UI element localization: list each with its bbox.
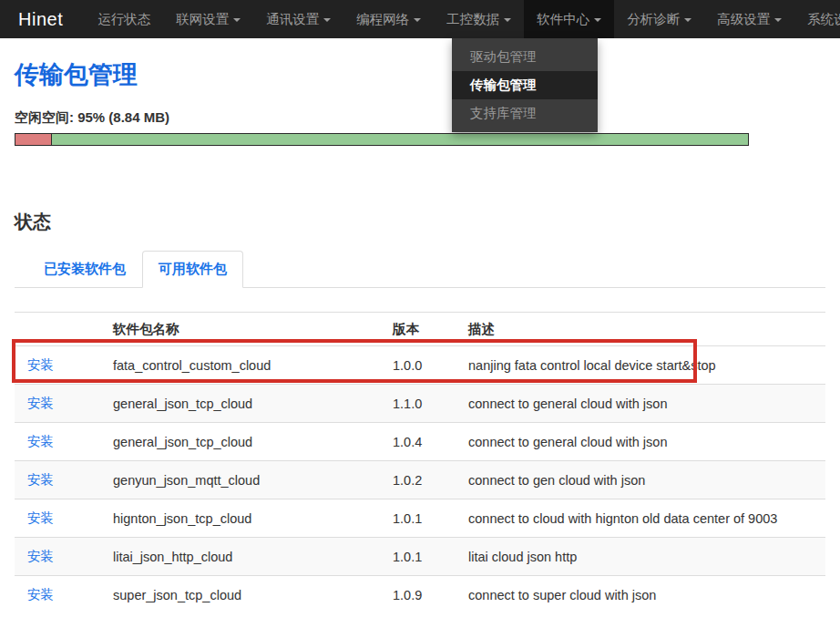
package-description: litai cloud json http <box>461 538 825 576</box>
page-title: 传输包管理 <box>15 58 825 91</box>
package-name: hignton_json_tcp_cloud <box>106 499 385 538</box>
software-center-dropdown: 驱动包管理 传输包管理 支持库管理 <box>452 38 598 132</box>
package-version: 1.0.0 <box>385 346 461 385</box>
dropdown-item-support-library[interactable]: 支持库管理 <box>452 99 598 128</box>
page-content: 传输包管理 空闲空间: 95% (8.84 MB) 状态 已安装软件包 可用软件… <box>0 58 840 613</box>
install-button[interactable]: 安装 <box>27 434 54 448</box>
nav-item-programming-network[interactable]: 编程网络 <box>343 0 434 38</box>
nav-item-software-center[interactable]: 软件中心 <box>524 0 614 38</box>
free-space-progress-bar <box>15 133 749 146</box>
packages-table: 软件包名称 版本 描述 安装 fata_control_custom_cloud… <box>15 312 825 613</box>
progress-free-segment <box>52 134 748 145</box>
header-package-name: 软件包名称 <box>106 313 385 346</box>
table-row: 安装 general_json_tcp_cloud 1.1.0 connect … <box>15 385 825 423</box>
package-version: 1.1.0 <box>385 385 461 423</box>
package-version: 1.0.4 <box>385 423 461 461</box>
install-button[interactable]: 安装 <box>27 472 54 487</box>
package-name: super_json_tcp_cloud <box>106 576 385 614</box>
chevron-down-icon <box>323 18 331 22</box>
nav-item-system-settings[interactable]: 系统设置 <box>794 0 840 38</box>
package-version: 1.0.2 <box>385 461 461 499</box>
table-header-row: 软件包名称 版本 描述 <box>15 313 825 346</box>
free-space-label: 空闲空间: 95% (8.84 MB) <box>15 109 825 127</box>
nav-item-industrial-data[interactable]: 工控数据 <box>434 0 524 38</box>
header-description: 描述 <box>461 313 825 346</box>
install-button[interactable]: 安装 <box>27 549 54 563</box>
package-version: 1.0.9 <box>385 576 461 614</box>
package-tabs: 已安装软件包 可用软件包 <box>15 251 825 288</box>
package-name: litai_json_http_cloud <box>106 538 385 576</box>
brand-logo[interactable]: Hinet <box>0 9 85 30</box>
chevron-down-icon <box>594 18 601 22</box>
chevron-down-icon <box>504 18 511 22</box>
nav-item-advanced-settings[interactable]: 高级设置 <box>704 0 794 38</box>
packages-table-wrap: 软件包名称 版本 描述 安装 fata_control_custom_cloud… <box>15 312 825 613</box>
nav-item-running-status[interactable]: 运行状态 <box>85 0 163 38</box>
nav-item-analysis-diagnosis[interactable]: 分析诊断 <box>614 0 704 38</box>
progress-used-segment <box>15 134 52 145</box>
table-row: 安装 super_json_tcp_cloud 1.0.9 connect to… <box>15 576 825 614</box>
header-version: 版本 <box>385 313 461 346</box>
table-row: 安装 general_json_tcp_cloud 1.0.4 connect … <box>15 423 825 461</box>
install-button[interactable]: 安装 <box>27 357 54 372</box>
dropdown-item-transfer-package[interactable]: 传输包管理 <box>452 71 598 99</box>
tab-installed-packages[interactable]: 已安装软件包 <box>27 251 142 288</box>
install-button[interactable]: 安装 <box>27 510 54 525</box>
package-name: general_json_tcp_cloud <box>106 385 385 423</box>
package-description: nanjing fata control local device start&… <box>461 346 825 385</box>
table-row: 安装 fata_control_custom_cloud 1.0.0 nanji… <box>15 346 825 385</box>
package-description: connect to general cloud with json <box>461 385 825 423</box>
package-version: 1.0.1 <box>385 538 461 576</box>
chevron-down-icon <box>414 18 421 22</box>
package-description: connect to gen cloud with json <box>461 461 825 499</box>
package-description: connect to general cloud with json <box>461 423 825 461</box>
package-name: fata_control_custom_cloud <box>106 346 385 385</box>
install-button[interactable]: 安装 <box>27 396 54 410</box>
table-row: 安装 genyun_json_mqtt_cloud 1.0.2 connect … <box>15 461 825 499</box>
chevron-down-icon <box>684 18 691 22</box>
dropdown-item-driver-package[interactable]: 驱动包管理 <box>452 43 598 71</box>
package-description: connect to super cloud with json <box>461 576 825 614</box>
table-row: 安装 hignton_json_tcp_cloud 1.0.1 connect … <box>15 499 825 538</box>
package-version: 1.0.1 <box>385 499 461 538</box>
nav-item-communication-settings[interactable]: 通讯设置 <box>253 0 343 38</box>
header-action <box>15 313 106 346</box>
install-button[interactable]: 安装 <box>27 587 54 602</box>
nav-item-network-settings[interactable]: 联网设置 <box>163 0 253 38</box>
chevron-down-icon <box>233 18 241 22</box>
table-row: 安装 litai_json_http_cloud 1.0.1 litai clo… <box>15 538 825 576</box>
status-heading: 状态 <box>15 210 825 234</box>
top-navbar: Hinet 运行状态 联网设置 通讯设置 编程网络 工控数据 软件中心 分析诊断… <box>0 0 840 38</box>
chevron-down-icon <box>774 18 782 22</box>
package-name: general_json_tcp_cloud <box>106 423 385 461</box>
tab-available-packages[interactable]: 可用软件包 <box>142 251 243 288</box>
package-description: connect to cloud with hignton old data c… <box>461 499 825 538</box>
package-name: genyun_json_mqtt_cloud <box>106 461 385 499</box>
